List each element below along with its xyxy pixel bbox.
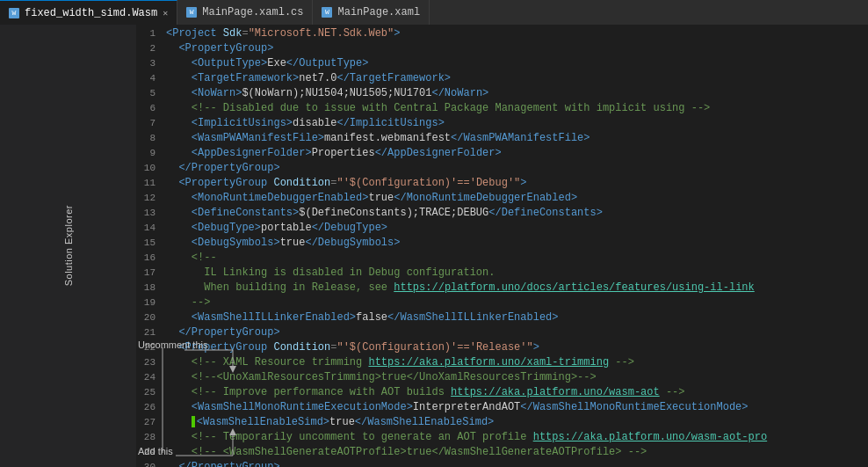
code-line: <PropertyGroup> bbox=[166, 41, 868, 56]
code-line: <Project Sdk="Microsoft.NET.Sdk.Web"> bbox=[166, 26, 868, 41]
line-numbers: 1234567891011121314151617181920212223242… bbox=[136, 25, 163, 467]
code-line: <!-- Temporarily uncomment to generate a… bbox=[166, 430, 868, 445]
line-number: 1 bbox=[136, 26, 156, 41]
tab-label: MainPage.xaml.cs bbox=[202, 6, 303, 18]
line-number: 2 bbox=[136, 41, 156, 56]
code-line: </PropertyGroup> bbox=[166, 161, 868, 176]
line-number: 20 bbox=[136, 310, 156, 325]
line-number: 15 bbox=[136, 236, 156, 251]
code-line: </PropertyGroup> bbox=[166, 325, 868, 340]
line-number: 22 bbox=[136, 340, 156, 355]
code-line: <PropertyGroup Condition="'$(Configurati… bbox=[166, 176, 868, 191]
line-number: 4 bbox=[136, 71, 156, 86]
line-number: 21 bbox=[136, 325, 156, 340]
tab-icon: W bbox=[9, 8, 19, 18]
line-number: 19 bbox=[136, 296, 156, 310]
line-number: 25 bbox=[136, 385, 156, 400]
tab-tab-mainpage-cs[interactable]: WMainPage.xaml.cs bbox=[177, 0, 313, 25]
line-number: 7 bbox=[136, 116, 156, 131]
code-line: <NoWarn>$(NoWarn);NU1504;NU1505;NU1701</… bbox=[166, 86, 868, 101]
line-number: 9 bbox=[136, 146, 156, 161]
solution-explorer-panel[interactable]: Solution Explorer bbox=[0, 25, 136, 467]
code-line: <PropertyGroup Condition="'$(Configurati… bbox=[166, 340, 868, 355]
line-number: 10 bbox=[136, 161, 156, 176]
code-line: <WasmPWAManifestFile>manifest.webmanifes… bbox=[166, 131, 868, 146]
code-line: <MonoRuntimeDebuggerEnabled>true</MonoRu… bbox=[166, 191, 868, 206]
line-number: 24 bbox=[136, 370, 156, 385]
line-number: 30 bbox=[136, 460, 156, 467]
code-line: <DefineConstants>$(DefineConstants);TRAC… bbox=[166, 206, 868, 221]
line-number: 13 bbox=[136, 206, 156, 221]
code-line: <WasmShellMonoRuntimeExecutionMode>Inter… bbox=[166, 400, 868, 415]
main-area: Solution Explorer Uncomment this Add thi… bbox=[0, 25, 868, 467]
line-number: 17 bbox=[136, 266, 156, 281]
code-line: IL Linking is disabled in Debug configur… bbox=[166, 266, 868, 281]
line-number: 3 bbox=[136, 56, 156, 71]
line-number: 23 bbox=[136, 355, 156, 370]
tab-tab-wasm[interactable]: Wfixed_width_simd.Wasm✕ bbox=[0, 0, 177, 25]
solution-explorer-label: Solution Explorer bbox=[63, 205, 74, 286]
code-line: <DebugType>portable</DebugType> bbox=[166, 221, 868, 236]
tab-close-btn[interactable]: ✕ bbox=[163, 8, 168, 18]
line-number: 8 bbox=[136, 131, 156, 146]
outer-wrapper: Uncomment this Add this 1234567891011121… bbox=[136, 25, 868, 467]
tab-label: fixed_width_simd.Wasm bbox=[25, 7, 157, 19]
tab-label: MainPage.xaml bbox=[337, 6, 420, 18]
code-line: <!-- Disabled due to issue with Central … bbox=[166, 101, 868, 116]
line-number: 29 bbox=[136, 445, 156, 460]
code-line: <TargetFramework>net7.0</TargetFramework… bbox=[166, 71, 868, 86]
editor-area[interactable]: 1234567891011121314151617181920212223242… bbox=[136, 25, 868, 467]
code-line: <AppDesignerFolder>Properties</AppDesign… bbox=[166, 146, 868, 161]
line-number: 11 bbox=[136, 176, 156, 191]
code-line: <!-- XAML Resource trimming https://aka.… bbox=[166, 355, 868, 370]
code-line: <DebugSymbols>true</DebugSymbols> bbox=[166, 236, 868, 251]
code-line: </PropertyGroup> bbox=[166, 460, 868, 467]
code-line: <!-- Improve performance with AOT builds… bbox=[166, 385, 868, 400]
tab-tab-mainpage-xaml[interactable]: WMainPage.xaml bbox=[313, 0, 430, 25]
code-line: <!-- <WasmShellGenerateAOTProfile>true</… bbox=[166, 445, 868, 460]
code-line: <WasmShellEnableSimd>true</WasmShellEnab… bbox=[166, 415, 868, 430]
code-line: --> bbox=[166, 296, 868, 310]
code-line: <!--<UnoXamlResourcesTrimming>true</UnoX… bbox=[166, 370, 868, 385]
code-line: <WasmShellILLinkerEnabled>false</WasmShe… bbox=[166, 310, 868, 325]
line-number: 18 bbox=[136, 281, 156, 296]
tab-icon: W bbox=[322, 7, 332, 18]
line-number: 6 bbox=[136, 101, 156, 116]
line-number: 27 bbox=[136, 415, 156, 430]
code-line: <ImplicitUsings>disable</ImplicitUsings> bbox=[166, 116, 868, 131]
line-number: 5 bbox=[136, 86, 156, 101]
line-number: 12 bbox=[136, 191, 156, 206]
code-line: <OutputType>Exe</OutputType> bbox=[166, 56, 868, 71]
line-number: 14 bbox=[136, 221, 156, 236]
tab-bar: Wfixed_width_simd.Wasm✕WMainPage.xaml.cs… bbox=[0, 0, 868, 25]
tab-icon: W bbox=[186, 7, 197, 18]
line-number: 28 bbox=[136, 430, 156, 445]
code-line: When building in Release, see https://pl… bbox=[166, 281, 868, 296]
line-number: 16 bbox=[136, 251, 156, 266]
line-number: 26 bbox=[136, 400, 156, 415]
code-line: <!-- bbox=[166, 251, 868, 266]
code-content[interactable]: <Project Sdk="Microsoft.NET.Sdk.Web"> <P… bbox=[163, 25, 868, 467]
